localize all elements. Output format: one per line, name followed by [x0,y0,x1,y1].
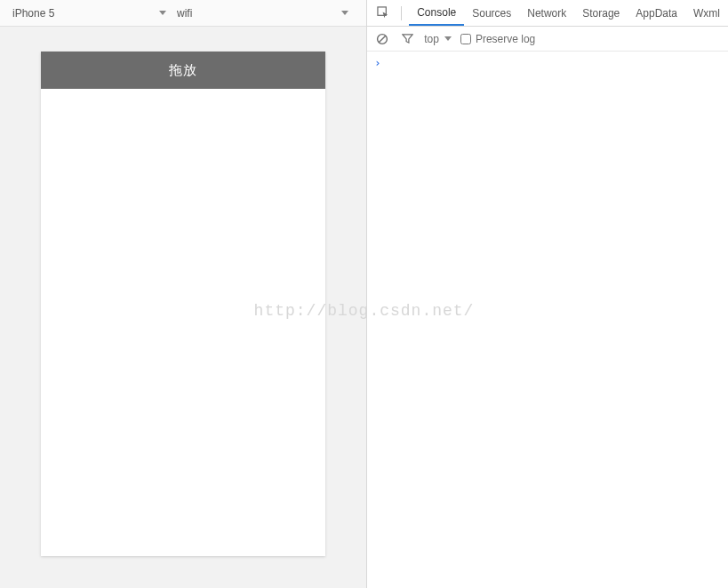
filter-button[interactable] [399,31,415,47]
context-select-value: top [424,33,439,45]
preserve-log-label: Preserve log [476,33,535,45]
network-select[interactable]: wifi [173,0,356,26]
tab-network[interactable]: Network [519,0,574,26]
devtools-tabbar: Console Sources Network Storage AppData … [367,0,728,27]
tab-label: Storage [582,7,620,20]
tab-storage[interactable]: Storage [574,0,628,26]
tab-sources[interactable]: Sources [464,0,519,26]
inspect-button[interactable] [372,3,394,24]
tab-label: Sources [472,7,511,20]
tab-label: Wxml [693,7,720,20]
app-header: 拖放 [41,52,325,89]
chevron-down-icon [444,36,452,41]
tab-console[interactable]: Console [409,0,464,26]
simulator-stage: 拖放 [0,27,366,588]
tab-appdata[interactable]: AppData [628,0,685,26]
clear-console-button[interactable] [374,31,390,47]
ban-icon [376,33,388,45]
device-select-value: iPhone 5 [12,7,54,20]
tab-label: AppData [636,7,677,20]
preserve-log-checkbox[interactable] [460,34,471,44]
tab-wxml[interactable]: Wxml [685,0,728,26]
simulator-panel: iPhone 5 wifi 拖放 [0,0,367,588]
divider [401,6,402,20]
network-select-value: wifi [177,7,192,20]
inspect-icon [377,6,390,20]
tab-label: Console [417,6,456,19]
devtools-panel: Console Sources Network Storage AppData … [367,0,728,588]
device-screen[interactable]: 拖放 [41,52,325,556]
simulator-topbar: iPhone 5 wifi [0,0,366,27]
console-prompt-icon: › [374,57,380,69]
preserve-log-toggle[interactable]: Preserve log [460,33,535,45]
console-output[interactable]: › [367,52,728,588]
tab-label: Network [527,7,566,20]
device-select[interactable]: iPhone 5 [9,0,173,26]
svg-line-2 [379,36,386,43]
app-title: 拖放 [169,62,197,79]
chevron-down-icon [159,11,166,15]
chevron-down-icon [341,11,348,15]
context-select[interactable]: top [424,33,452,45]
filter-icon [402,33,413,44]
console-toolbar: top Preserve log [367,27,728,52]
app-body[interactable] [41,89,325,556]
